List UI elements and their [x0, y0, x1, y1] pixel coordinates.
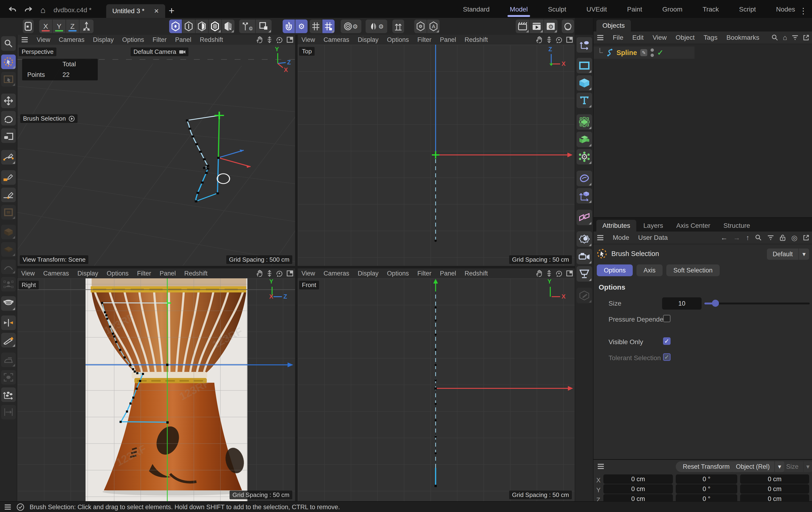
- tab-structure[interactable]: Structure: [717, 220, 756, 232]
- visibility-dot-editor[interactable]: [650, 49, 654, 52]
- workspace-tab-paint[interactable]: Paint: [626, 6, 643, 13]
- clone-tool-button[interactable]: [1, 370, 16, 385]
- orbit-icon[interactable]: [555, 36, 562, 43]
- search-icon[interactable]: [755, 234, 762, 241]
- pan-hand-icon[interactable]: [257, 36, 263, 43]
- reset-transform-button[interactable]: Reset Transform: [676, 461, 737, 472]
- visible-only-checkbox[interactable]: ✓: [663, 337, 671, 345]
- size-input[interactable]: 10: [662, 297, 702, 310]
- dolly-icon[interactable]: [547, 270, 552, 277]
- preset-dropdown[interactable]: Default ▾: [767, 249, 809, 260]
- perspective-canvas[interactable]: Perspective Default Camera Total Points …: [18, 45, 295, 266]
- lock-icon[interactable]: [780, 234, 786, 241]
- active-camera-chip[interactable]: Default Camera: [130, 48, 188, 56]
- object-row-spline[interactable]: Spline ✎ ✓: [593, 47, 695, 59]
- orbit-icon[interactable]: [555, 270, 562, 277]
- status-menu-icon[interactable]: [4, 504, 11, 510]
- viewport-front[interactable]: View Cameras Display Options Filter Pane…: [298, 268, 575, 501]
- menu-options[interactable]: Options: [387, 36, 409, 44]
- modeling-settings-button[interactable]: ⚙: [341, 20, 361, 33]
- texture-mode-button[interactable]: [222, 20, 234, 33]
- menu-hamburger-icon[interactable]: [597, 35, 604, 40]
- menu-display[interactable]: Display: [78, 270, 98, 277]
- menu-view[interactable]: View: [21, 270, 35, 277]
- popout-icon[interactable]: [803, 34, 809, 41]
- menu-view[interactable]: View: [301, 36, 315, 44]
- workspace-tab-script[interactable]: Script: [737, 6, 757, 13]
- axis-lock-y-button[interactable]: Y: [53, 20, 65, 33]
- object-name[interactable]: Spline: [616, 49, 637, 57]
- workspace-tab-model[interactable]: Model: [509, 6, 529, 13]
- size-mode-dropdown[interactable]: Size ▾: [781, 461, 812, 472]
- dolly-icon[interactable]: [547, 36, 552, 43]
- tab-layers[interactable]: Layers: [637, 220, 669, 232]
- environment-button[interactable]: [577, 231, 592, 247]
- primitive-cube-menu-button[interactable]: [577, 75, 592, 91]
- front-canvas[interactable]: Front Y X Grid Spacing : 50 cm: [298, 278, 575, 501]
- viewport-layout-button[interactable]: [23, 20, 34, 33]
- coord-y-rotation[interactable]: 0 °: [676, 484, 737, 494]
- iron-tool-button[interactable]: [1, 352, 16, 367]
- tab-axis-center[interactable]: Axis Center: [670, 220, 716, 232]
- quantize-lock-button[interactable]: [322, 20, 335, 33]
- bend-deformer-button[interactable]: [1, 259, 16, 274]
- track-icon[interactable]: ◎: [791, 234, 798, 242]
- close-tab-icon[interactable]: ✕: [154, 7, 159, 15]
- subtab-soft-selection[interactable]: Soft Selection: [666, 264, 720, 276]
- menu-redshift[interactable]: Redshift: [464, 36, 488, 44]
- workplane-button[interactable]: [256, 20, 271, 33]
- coord-y-scale[interactable]: 0 cm: [740, 484, 809, 494]
- mirror-tool-button[interactable]: [1, 315, 16, 330]
- xpresso-button[interactable]: [577, 210, 592, 225]
- pressure-dependent-checkbox[interactable]: [663, 315, 671, 322]
- popout-icon[interactable]: [803, 235, 809, 241]
- menu-filter[interactable]: Filter: [152, 36, 167, 44]
- coordinate-mode-value[interactable]: Object (Rel): [731, 461, 775, 472]
- coord-x-rotation[interactable]: 0 °: [676, 474, 737, 484]
- redo-button[interactable]: [24, 6, 32, 14]
- filter-icon[interactable]: [767, 235, 774, 240]
- model-mode-button[interactable]: [209, 20, 221, 33]
- workspace-tab-track[interactable]: Track: [701, 6, 720, 13]
- undo-button[interactable]: [8, 6, 17, 14]
- menu-filter[interactable]: Filter: [417, 270, 431, 277]
- menu-display[interactable]: Display: [358, 36, 379, 44]
- visibility-dot-render[interactable]: [650, 54, 654, 57]
- spline-pen-tool-button[interactable]: [1, 150, 16, 165]
- workspace-tab-sculpt[interactable]: Sculpt: [547, 6, 568, 13]
- tab-attributes[interactable]: Attributes: [596, 220, 636, 232]
- edit-tags-button[interactable]: [577, 288, 592, 303]
- axis-lock-x-button[interactable]: X: [39, 20, 52, 33]
- size-slider-track[interactable]: [704, 303, 810, 305]
- axis-lock-z-button[interactable]: Z: [66, 20, 79, 33]
- coordinate-system-button[interactable]: [80, 20, 93, 33]
- rotate-tool-button[interactable]: [1, 111, 16, 125]
- enabled-check-icon[interactable]: ✓: [657, 48, 664, 57]
- snap-toggle-button[interactable]: [283, 20, 295, 33]
- menu-hamburger-icon[interactable]: [21, 37, 28, 42]
- new-tab-button[interactable]: +: [169, 5, 175, 17]
- coord-x-position[interactable]: 0 cm: [603, 474, 673, 484]
- history-back-icon[interactable]: ←: [721, 234, 728, 241]
- preset-dropdown-arrow[interactable]: ▾: [799, 249, 809, 260]
- menu-view[interactable]: View: [301, 270, 315, 277]
- attributes-menu-user-data[interactable]: User Data: [638, 234, 668, 241]
- workspace-menu-kebab-icon[interactable]: ⋮: [799, 6, 807, 16]
- pan-hand-icon[interactable]: [536, 270, 543, 277]
- dolly-icon[interactable]: [267, 36, 272, 43]
- tool-play-icon[interactable]: [68, 116, 75, 122]
- history-forward-icon[interactable]: →: [733, 234, 740, 241]
- coordinate-mode-dropdown[interactable]: Object (Rel) ▾: [731, 461, 784, 472]
- subtab-axis[interactable]: Axis: [637, 264, 663, 276]
- interactive-render-region-button[interactable]: [562, 20, 574, 33]
- edges-mode-button[interactable]: [182, 20, 195, 33]
- menu-options[interactable]: Options: [122, 36, 144, 44]
- tab-objects[interactable]: Objects: [596, 20, 631, 31]
- options-section-header[interactable]: Options: [599, 283, 625, 291]
- stage-object-button[interactable]: [577, 266, 592, 282]
- volume-builder-button[interactable]: [577, 132, 592, 147]
- menu-redshift[interactable]: Redshift: [464, 270, 488, 277]
- preset-value[interactable]: Default: [767, 249, 799, 260]
- menu-options[interactable]: Options: [107, 270, 128, 277]
- polygons-mode-button[interactable]: [196, 20, 208, 33]
